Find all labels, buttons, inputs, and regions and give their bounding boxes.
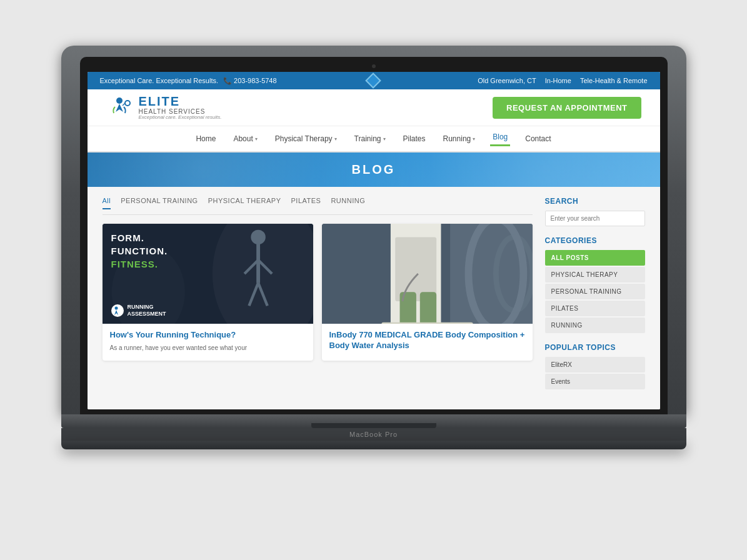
nav-about[interactable]: About ▾ bbox=[231, 131, 259, 146]
laptop-base bbox=[61, 414, 686, 428]
filter-running[interactable]: RUNNING bbox=[331, 197, 365, 209]
webcam bbox=[372, 64, 376, 68]
svg-point-5 bbox=[251, 230, 265, 244]
svg-point-11 bbox=[111, 304, 124, 317]
categories-label: CATEGORIES bbox=[545, 236, 645, 245]
tagline: Exceptional Care. Exceptional Results. bbox=[100, 77, 219, 84]
macbook-label: MacBook Pro bbox=[61, 428, 686, 441]
topics-label: POPULAR TOPICS bbox=[545, 343, 645, 352]
location: Old Greenwich, CT bbox=[478, 77, 536, 84]
filter-personal-training[interactable]: PERSONAL TRAINING bbox=[121, 197, 198, 209]
svg-point-1 bbox=[125, 101, 130, 106]
blog-card-running[interactable]: FORM. FUNCTION. FITNESS. bbox=[103, 224, 313, 361]
filter-tabs: All PERSONAL TRAINING PHYSICAL THERAPY P… bbox=[103, 197, 533, 215]
card-excerpt-running: As a runner, have you ever wanted see wh… bbox=[110, 344, 306, 352]
card-image-running: FORM. FUNCTION. FITNESS. bbox=[103, 224, 313, 324]
nav-home[interactable]: Home bbox=[193, 131, 218, 146]
svg-rect-17 bbox=[399, 292, 416, 324]
topic-eliterx[interactable]: EliteRX bbox=[545, 357, 645, 372]
card-body-inbody: InBody 770 MEDICAL GRADE Body Compositio… bbox=[322, 324, 533, 361]
nav-physical-therapy[interactable]: Physical Therapy ▾ bbox=[273, 131, 339, 146]
category-running[interactable]: RUNNING bbox=[545, 318, 645, 333]
card-title-inbody: InBody 770 MEDICAL GRADE Body Compositio… bbox=[329, 330, 525, 351]
hero-banner: BLOG bbox=[88, 152, 660, 187]
blog-card-inbody[interactable]: InBody 770 MEDICAL GRADE Body Compositio… bbox=[322, 224, 533, 361]
screen: Exceptional Care. Exceptional Results. 📞… bbox=[88, 72, 660, 409]
filter-pilates[interactable]: PILATES bbox=[291, 197, 321, 209]
nav-contact[interactable]: Contact bbox=[523, 131, 553, 146]
category-personal-training[interactable]: PERSONAL TRAINING bbox=[545, 284, 645, 299]
card-body-running: How's Your Running Technique? As a runne… bbox=[103, 324, 313, 359]
card-image-inbody bbox=[322, 224, 533, 324]
categories-section: CATEGORIES ALL POSTS PHYSICAL THERAPY PE… bbox=[545, 236, 645, 333]
hero-title: BLOG bbox=[88, 162, 660, 177]
nav-blog[interactable]: Blog bbox=[490, 131, 510, 146]
category-all-posts[interactable]: ALL POSTS bbox=[545, 250, 645, 266]
svg-rect-21 bbox=[381, 322, 473, 324]
inhome: In-Home bbox=[545, 77, 571, 84]
content-area: All PERSONAL TRAINING PHYSICAL THERAPY P… bbox=[88, 187, 660, 409]
topics-section: POPULAR TOPICS EliteRX Events bbox=[545, 343, 645, 389]
top-bar-left: Exceptional Care. Exceptional Results. 📞… bbox=[100, 77, 277, 85]
topic-events[interactable]: Events bbox=[545, 374, 645, 389]
top-bar-right: Old Greenwich, CT In-Home Tele-Health & … bbox=[478, 77, 647, 84]
request-appointment-button[interactable]: REQUEST AN APPOINTMENT bbox=[493, 97, 641, 119]
top-bar: Exceptional Care. Exceptional Results. 📞… bbox=[88, 72, 660, 89]
search-label: SEARCH bbox=[545, 197, 645, 206]
card-title-running: How's Your Running Technique? bbox=[110, 330, 306, 341]
nav-bar: Home About ▾ Physical Therapy ▾ Training… bbox=[88, 126, 660, 152]
sidebar: SEARCH CATEGORIES ALL POSTS PHYSICAL THE… bbox=[545, 197, 645, 399]
filter-all[interactable]: All bbox=[103, 197, 111, 209]
phone: 📞 203-983-5748 bbox=[223, 77, 277, 85]
logo-elite: ELITE bbox=[139, 94, 222, 108]
site-header: ELITE HEALTH SERVICES Exceptional care. … bbox=[88, 89, 660, 126]
nav-training[interactable]: Training ▾ bbox=[352, 131, 388, 146]
category-pilates[interactable]: PILATES bbox=[545, 301, 645, 316]
diamond-icon bbox=[366, 72, 381, 88]
logo-text: ELITE HEALTH SERVICES Exceptional care. … bbox=[139, 94, 222, 121]
nav-running[interactable]: Running ▾ bbox=[441, 131, 478, 146]
top-bar-center bbox=[368, 75, 386, 86]
svg-rect-18 bbox=[419, 292, 436, 324]
category-physical-therapy[interactable]: PHYSICAL THERAPY bbox=[545, 267, 645, 282]
svg-point-0 bbox=[116, 98, 123, 104]
main-content: All PERSONAL TRAINING PHYSICAL THERAPY P… bbox=[103, 197, 533, 399]
search-input[interactable] bbox=[545, 211, 645, 226]
telehealth: Tele-Health & Remote bbox=[580, 77, 648, 84]
card-overlay-text: FORM. FUNCTION. FITNESS. bbox=[111, 231, 168, 271]
blog-grid: FORM. FUNCTION. FITNESS. bbox=[103, 224, 533, 361]
search-section: SEARCH bbox=[545, 197, 645, 226]
svg-point-12 bbox=[114, 307, 118, 310]
logo-area: ELITE HEALTH SERVICES Exceptional care. … bbox=[106, 94, 222, 121]
logo-tagline: Exceptional care. Exceptional results. bbox=[139, 115, 222, 121]
laptop-bottom bbox=[61, 441, 686, 449]
filter-physical-therapy[interactable]: PHYSICAL THERAPY bbox=[208, 197, 281, 209]
card-badge: RUNNINGASSESSMENT bbox=[111, 304, 166, 318]
svg-rect-16 bbox=[395, 237, 436, 301]
logo-icon bbox=[106, 94, 133, 121]
nav-pilates[interactable]: Pilates bbox=[401, 131, 428, 146]
